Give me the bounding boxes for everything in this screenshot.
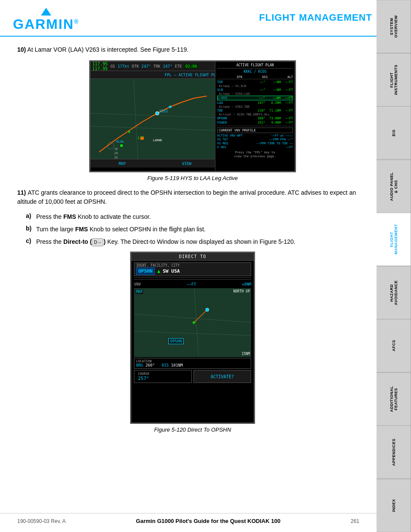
map-dist-direct: 15NM bbox=[242, 352, 250, 356]
sidebar-item-flight-management[interactable]: FLIGHTMANAGEMENT bbox=[377, 213, 411, 266]
fpl-row-top: TOP ——° ——NM ——FT bbox=[217, 80, 293, 84]
step-10-number: 10) bbox=[17, 46, 26, 53]
fpl-airway-v1: Airway – V1.SLN bbox=[217, 84, 293, 88]
sidebar-item-audio-panel[interactable]: AUDIO PANEL& CNS bbox=[377, 160, 411, 213]
sub-step-c: c) Press the Direct-to (D→) Key. The Dir… bbox=[17, 237, 368, 246]
location-box: LOCATION BRG 260° DIS 101NM bbox=[134, 358, 251, 369]
garmin-wordmark: GARMIN® bbox=[13, 16, 79, 32]
svg-rect-0 bbox=[90, 79, 218, 159]
svg-text:LAMAR: LAMAR bbox=[153, 139, 162, 142]
svg-text:10: 10 bbox=[114, 147, 118, 151]
sidebar-item-eis[interactable]: EIS bbox=[377, 106, 411, 160]
ident-bar: IDENT, FACILITY, CITY OPSHN ▲ SW USA bbox=[134, 262, 251, 276]
fpl-arrival: Arrival – KCOS-TBE.D8RY1.ALL bbox=[217, 113, 293, 116]
svg-point-4 bbox=[156, 112, 159, 115]
nav-info: GS 177kt DTK 247° TRK 247° ETE 02:06 bbox=[110, 64, 198, 68]
sub-step-c-label: c) bbox=[26, 237, 34, 246]
sidebar-item-hazard-avoidance[interactable]: HAZARDAVOIDANCE bbox=[377, 266, 411, 320]
location-title: LOCATION bbox=[136, 359, 249, 363]
separator-1 bbox=[134, 277, 251, 278]
step-11-number: 11) bbox=[17, 189, 28, 196]
vnv-row-direct: VNV ——FT +0NM bbox=[131, 281, 254, 287]
sub-step-a: a) Press the FMS Knob to activate the cu… bbox=[17, 212, 368, 221]
activate-button[interactable]: ACTIVATE? bbox=[193, 370, 251, 383]
vnv-row-4: V DEV——FT bbox=[217, 146, 293, 149]
ident-country: SW USA bbox=[163, 268, 180, 274]
fpl-row-opshn: OPSHN 309° 73.0NM ——FT bbox=[217, 116, 293, 120]
fpl-airway-v263: Airway – V263.TBE bbox=[217, 105, 293, 109]
sub-step-b-text: Turn the large FMS Knob to select OPSHN … bbox=[36, 225, 206, 234]
sub-step-a-text: Press the FMS Knob to activate the curso… bbox=[36, 212, 151, 221]
fpl-route: KKKC / KCOS bbox=[217, 70, 293, 74]
sidebar-item-system-overview[interactable]: SYSTEMOVERVIEW bbox=[377, 0, 411, 53]
vnv-row-1: ACTIVE VNV WPT——FT at ———— bbox=[217, 134, 293, 137]
fpl-row-fsher: FSHER 352° 9.9NM ——FT bbox=[217, 121, 293, 124]
fpl-row-sln: SLN ——° ——NM ——FT bbox=[217, 88, 293, 92]
ident-field[interactable]: OPSHN bbox=[136, 268, 155, 275]
fpl-panel-119: ACTIVE FLIGHT PLAN KKKC / KCOS DTKDISALT… bbox=[215, 62, 295, 171]
svg-text:KLAA: KLAA bbox=[116, 140, 124, 143]
separator-2 bbox=[134, 279, 251, 280]
course-box: COURSE 257° bbox=[134, 370, 192, 383]
footer-title: Garmin G1000 Pilot's Guide for the Quest… bbox=[136, 518, 280, 524]
garmin-logo: GARMIN® bbox=[13, 8, 79, 32]
freq-left: 117.95 117.95 bbox=[92, 62, 108, 71]
course-title: COURSE bbox=[138, 372, 188, 376]
figure-119-caption: Figure 5-119 HYS to LAA Leg Active bbox=[147, 175, 238, 181]
svg-text:35: 35 bbox=[114, 156, 118, 159]
step-11-text: 11) ATC grants clearance to proceed dire… bbox=[17, 188, 368, 206]
page-footer: 190-00590-03 Rev. A Garmin G1000 Pilot's… bbox=[0, 513, 377, 524]
vnv-row-3: VS REQ——FPM TIME TO TOD —— bbox=[217, 142, 293, 145]
figure-119-container: 117.95 117.95 GS 177kt DTK 247° TRK 247°… bbox=[17, 60, 368, 181]
sub-step-b-label: b) bbox=[26, 225, 34, 234]
page-header: GARMIN® FLIGHT MANAGEMENT bbox=[0, 0, 411, 37]
main-content: 10) At Lamar VOR (LAA) V263 is intercept… bbox=[0, 37, 411, 448]
direct-to-map: MAP NORTH UP 15NM OPSHN bbox=[134, 288, 251, 357]
step-11-block: 11) ATC grants clearance to proceed dire… bbox=[17, 188, 368, 246]
sub-step-c-text: Press the Direct-to (D→) Key. The Direct… bbox=[36, 237, 296, 246]
ident-label: IDENT, FACILITY, CITY bbox=[136, 264, 249, 268]
figure-119-screen: 117.95 117.95 GS 177kt DTK 247° TRK 247°… bbox=[89, 60, 296, 172]
footer-doc-number: 190-00590-03 Rev. A bbox=[17, 518, 66, 524]
sidebar-item-index[interactable]: INDEX bbox=[377, 479, 411, 532]
fpl-row-hys: □ HYS ——° ——NM ——FT bbox=[217, 96, 293, 100]
vnv-title: CURRENT VNV PROFILE bbox=[217, 128, 293, 133]
direct-to-key[interactable]: D→ bbox=[92, 238, 103, 246]
page-title: FLIGHT MANAGEMENT bbox=[259, 8, 372, 23]
sub-step-b: b) Turn the large FMS Knob to select OPS… bbox=[17, 225, 368, 234]
fpl-title: ACTIVE FLIGHT PLAN bbox=[217, 63, 293, 68]
fpl-row-tbe: TBE 210° 71.1NM ——FT bbox=[217, 109, 293, 112]
step-10-text: 10) At Lamar VOR (LAA) V263 is intercept… bbox=[17, 45, 368, 54]
btn-view-119[interactable]: VIEW bbox=[182, 162, 192, 166]
svg-point-6 bbox=[169, 106, 171, 108]
figure-120-container: DIRECT TO IDENT, FACILITY, CITY OPSHN ▲ … bbox=[17, 252, 368, 433]
footer-page-number: 261 bbox=[351, 518, 359, 524]
figure-120-caption: Figure 5-120 Direct To OPSHN bbox=[154, 426, 231, 433]
garmin-triangle-icon bbox=[41, 8, 51, 16]
map-svg-119: V263 LAA LAMAR KLAA FLaPS V263 bbox=[90, 79, 218, 159]
svg-point-8 bbox=[140, 137, 144, 140]
opshn-map-label: OPSHN bbox=[168, 338, 184, 344]
svg-text:20: 20 bbox=[114, 152, 118, 155]
fpl-col-headers: DTKDISALT bbox=[217, 75, 293, 79]
sidebar-item-additional-features[interactable]: ADDITIONALFEATURES bbox=[377, 373, 411, 426]
ident-value: OPSHN ▲ SW USA bbox=[136, 268, 249, 275]
map-svg-direct bbox=[134, 288, 251, 357]
sidebar-item-afcs[interactable]: AFCS bbox=[377, 319, 411, 373]
btn-map-119[interactable]: MAP bbox=[118, 162, 125, 166]
course-value: 257° bbox=[138, 376, 188, 381]
course-activate-row: COURSE 257° ACTIVATE? bbox=[134, 370, 251, 383]
fpl-airway-v244: Airway – V244.LAA bbox=[217, 92, 293, 96]
vnv-label: VNV bbox=[134, 282, 141, 286]
sidebar-item-flight-instruments[interactable]: FLIGHTINSTRUMENTS bbox=[377, 53, 411, 107]
north-up-direct: NORTH UP bbox=[233, 289, 250, 293]
vnv-offset-val: +0NM bbox=[242, 282, 251, 286]
svg-point-27 bbox=[206, 308, 209, 311]
sidebar-item-appendices[interactable]: APPENDICES bbox=[377, 426, 411, 479]
map-label-direct: MAP bbox=[135, 289, 143, 294]
svg-point-11 bbox=[120, 144, 123, 147]
svg-text:V263: V263 bbox=[159, 109, 168, 113]
sub-step-a-label: a) bbox=[26, 212, 34, 221]
fpl-row-laa: LAA 247° 6.2NM ——FT bbox=[217, 101, 293, 105]
press-fpl-msg: Press the "FPL" key toview the previous … bbox=[217, 151, 293, 159]
